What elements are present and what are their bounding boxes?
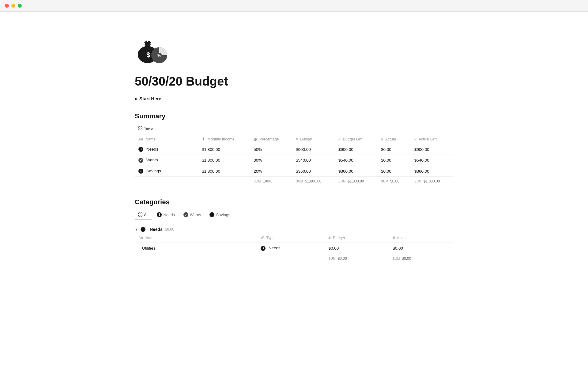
- needs-totals-budget: SUM $0.00: [325, 254, 389, 263]
- row-monthly-income-0: $1,800.00: [198, 144, 250, 155]
- row-percentage-1: 30%: [250, 155, 292, 166]
- maximize-button[interactable]: [18, 4, 22, 8]
- row-actual-left-1: $540.00: [411, 155, 453, 166]
- row-budget-left-0: $900.00: [335, 144, 377, 155]
- categories-tab-needs-label: Needs: [163, 213, 175, 217]
- row-actual-left-2: $360.00: [411, 166, 453, 176]
- utilities-name: Utilities: [135, 243, 257, 254]
- categories-section: Categories All ℹ Needs ✓: [135, 198, 453, 263]
- categories-tab-savings-label: Savings: [216, 213, 230, 217]
- toggle-arrow-icon: ▶: [135, 97, 138, 101]
- summary-table: Aa Name ⬆ Monthly Income ◕ Percentage: [135, 134, 453, 186]
- start-here-toggle[interactable]: ▶ Start Here: [135, 96, 453, 101]
- col-actual-left: # Actual Left: [411, 134, 453, 144]
- row-monthly-income-1: $1,800.00: [198, 155, 250, 166]
- needs-col-type: ↺ Type: [257, 233, 325, 243]
- summary-table-tab[interactable]: Table: [135, 124, 157, 134]
- utilities-type: ℹ Needs: [257, 243, 325, 254]
- table-row: ✓ Wants $1,800.00 30% $540.00 $540.00 $0…: [135, 155, 453, 166]
- needs-totals-actual: SUM $0.00: [389, 254, 453, 263]
- row-budget-0: $900.00: [292, 144, 335, 155]
- totals-monthly-income: [198, 177, 250, 186]
- utilities-type-icon: ℹ: [261, 246, 266, 251]
- svg-rect-14: [139, 215, 140, 216]
- table-row: Utilities ℹ Needs $0.00 $0.00: [135, 243, 453, 254]
- categories-tab-all[interactable]: All: [135, 210, 152, 220]
- needs-group-badge: $0.00: [165, 227, 174, 232]
- svg-rect-11: [141, 129, 142, 130]
- col-monthly-income: ⬆ Monthly Income: [198, 134, 250, 144]
- categories-tab-needs[interactable]: ℹ Needs: [153, 210, 179, 220]
- svg-rect-8: [139, 127, 140, 128]
- needs-group-header[interactable]: ▼ ℹ Needs $0.00: [135, 224, 453, 233]
- savings-tab-icon: +: [209, 212, 214, 217]
- wants-tab-icon: ✓: [183, 212, 188, 217]
- categories-tab-all-label: All: [144, 213, 148, 217]
- col-budget: # Budget: [292, 134, 335, 144]
- svg-text:$: $: [146, 51, 150, 59]
- row-percentage-0: 50%: [250, 144, 292, 155]
- needs-group-toggle-icon: ▼: [135, 228, 138, 231]
- page-icon: $ %: [135, 30, 453, 68]
- savings-row-icon: +: [138, 169, 143, 174]
- row-budget-left-2: $360.00: [335, 166, 377, 176]
- needs-group-label: Needs: [150, 227, 163, 232]
- utilities-actual: $0.00: [389, 243, 453, 254]
- categories-tab-savings[interactable]: + Savings: [206, 210, 234, 220]
- row-budget-left-1: $540.00: [335, 155, 377, 166]
- svg-rect-9: [141, 127, 142, 128]
- utilities-budget: $0.00: [325, 243, 389, 254]
- needs-col-name: Aa Name: [135, 233, 257, 243]
- summary-table-tab-label: Table: [144, 127, 153, 131]
- totals-percentage: SUM 100%: [250, 177, 292, 186]
- needs-table: Aa Name ↺ Type # Budget #: [135, 233, 453, 263]
- needs-col-budget: # Budget: [325, 233, 389, 243]
- window-chrome: [0, 0, 588, 12]
- col-percentage: ◕ Percentage: [250, 134, 292, 144]
- start-here-label: Start Here: [139, 96, 161, 101]
- summary-section: Summary Table: [135, 112, 453, 186]
- table-row: + Savings $1,800.00 20% $360.00 $360.00 …: [135, 166, 453, 176]
- minimize-button[interactable]: [11, 4, 15, 8]
- needs-totals-type-empty: [257, 254, 325, 263]
- summary-table-wrapper: Aa Name ⬆ Monthly Income ◕ Percentage: [135, 134, 453, 186]
- row-name-1: ✓ Wants: [135, 155, 198, 166]
- needs-col-actual: # Actual: [389, 233, 453, 243]
- page-content: $ % 50/30/20 Budget ▶ Start Here Summary: [110, 12, 478, 288]
- row-budget-2: $360.00: [292, 166, 335, 176]
- totals-budget: SUM $1,800.00: [292, 177, 335, 186]
- col-name: Aa Name: [135, 134, 198, 144]
- all-grid-icon: [138, 213, 142, 217]
- row-actual-0: $0.00: [377, 144, 411, 155]
- needs-totals-empty: [135, 254, 257, 263]
- categories-tab-bar: All ℹ Needs ✓ Wants + Savings: [135, 210, 453, 220]
- row-actual-1: $0.00: [377, 155, 411, 166]
- row-name-0: ℹ Needs: [135, 144, 198, 155]
- totals-actual: SUM $0.00: [377, 177, 411, 186]
- row-budget-1: $540.00: [292, 155, 335, 166]
- col-actual: # Actual: [377, 134, 411, 144]
- close-button[interactable]: [5, 4, 9, 8]
- needs-group: ▼ ℹ Needs $0.00 Aa Name ↺ Type: [135, 224, 453, 263]
- svg-rect-10: [139, 129, 140, 130]
- row-actual-2: $0.00: [377, 166, 411, 176]
- categories-tab-wants[interactable]: ✓ Wants: [180, 210, 205, 220]
- table-icon: [138, 126, 142, 131]
- svg-text:%: %: [157, 53, 161, 58]
- totals-actual-left: SUM $1,800.00: [411, 177, 453, 186]
- row-monthly-income-2: $1,800.00: [198, 166, 250, 176]
- summary-totals-row: SUM 100% SUM $1,800.00 SUM $1,800.00 S: [135, 177, 453, 186]
- categories-tab-wants-label: Wants: [190, 213, 201, 217]
- col-budget-left: # Budget Left: [335, 134, 377, 144]
- needs-group-icon: ℹ: [141, 227, 145, 232]
- summary-table-header-row: Aa Name ⬆ Monthly Income ◕ Percentage: [135, 134, 453, 144]
- svg-rect-12: [139, 213, 140, 214]
- needs-row-icon: ℹ: [138, 147, 143, 152]
- page-title: 50/30/20 Budget: [135, 74, 453, 89]
- svg-rect-13: [141, 213, 142, 214]
- totals-budget-left: SUM $1,800.00: [335, 177, 377, 186]
- categories-heading: Categories: [135, 198, 453, 206]
- row-actual-left-0: $900.00: [411, 144, 453, 155]
- row-percentage-2: 20%: [250, 166, 292, 176]
- svg-rect-15: [141, 215, 142, 216]
